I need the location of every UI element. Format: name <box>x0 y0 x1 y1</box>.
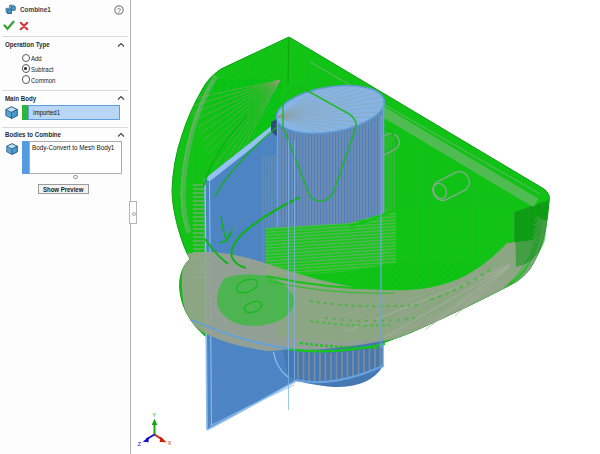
svg-text:?: ? <box>117 7 121 14</box>
svg-text:Y: Y <box>152 412 156 418</box>
svg-text:X: X <box>168 440 172 446</box>
svg-text:Z: Z <box>138 441 142 447</box>
